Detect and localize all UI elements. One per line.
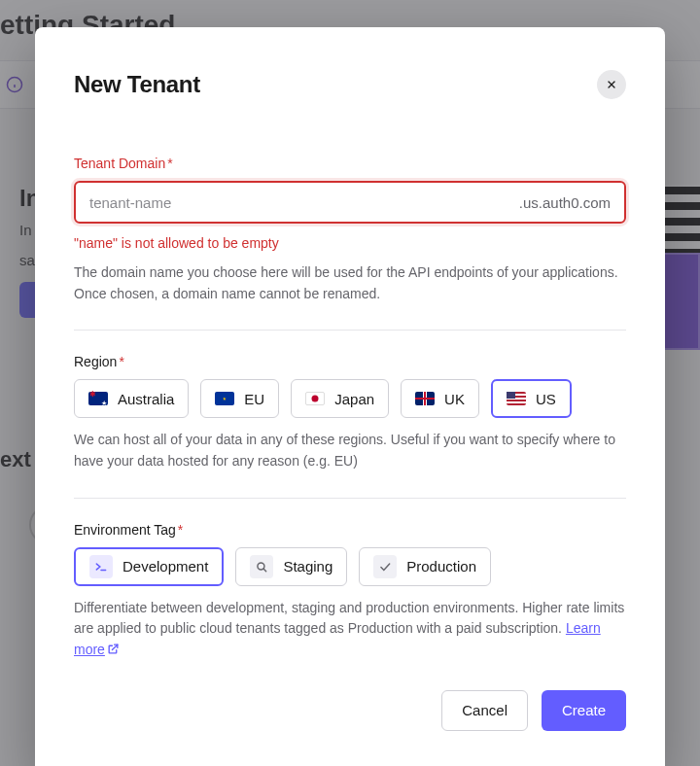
environment-help: Differentiate between development, stagi…: [74, 598, 626, 661]
environment-label: Environment Tag*: [74, 522, 626, 538]
uk-flag-icon: [415, 392, 435, 405]
env-option-development[interactable]: Development: [74, 547, 224, 586]
region-label: Region*: [74, 354, 626, 369]
australia-flag-icon: [88, 392, 108, 405]
tenant-domain-section: Tenant Domain* .us.auth0.com "name" is n…: [74, 156, 626, 304]
close-icon: [606, 79, 617, 90]
region-label-eu: EU: [244, 391, 264, 407]
region-option-japan[interactable]: Japan: [291, 379, 389, 418]
divider: [74, 330, 626, 331]
divider: [74, 498, 626, 499]
domain-suffix: .us.auth0.com: [519, 194, 611, 211]
region-label-us: US: [536, 391, 556, 407]
external-link-icon: [107, 643, 120, 655]
tenant-domain-input[interactable]: [89, 194, 519, 211]
required-mark: *: [119, 354, 123, 369]
tenant-domain-input-wrap: .us.auth0.com: [74, 181, 626, 224]
region-option-us[interactable]: US: [491, 379, 572, 418]
us-flag-icon: [507, 392, 526, 405]
japan-flag-icon: [305, 392, 325, 405]
environment-options: Development Staging Production: [74, 547, 626, 586]
modal-header: New Tenant: [74, 70, 626, 99]
tenant-domain-error: "name" is not allowed to be empty: [74, 235, 626, 251]
env-label-stg: Staging: [283, 558, 332, 574]
region-section: Region* Australia EU Japan UK US: [74, 354, 626, 471]
env-option-production[interactable]: Production: [359, 547, 491, 586]
env-label-prd: Production: [406, 558, 476, 574]
region-option-australia[interactable]: Australia: [74, 379, 189, 418]
region-label-japan: Japan: [334, 391, 374, 407]
check-icon: [373, 555, 397, 578]
tenant-domain-label: Tenant Domain*: [74, 156, 626, 171]
eu-flag-icon: [215, 392, 234, 405]
svg-line-7: [263, 569, 266, 572]
close-button[interactable]: [597, 70, 626, 99]
region-options: Australia EU Japan UK US: [74, 379, 626, 418]
environment-section: Environment Tag* Development Staging Pro…: [74, 522, 626, 661]
region-label-australia: Australia: [118, 391, 174, 407]
required-mark: *: [178, 522, 183, 538]
region-option-uk[interactable]: UK: [401, 379, 479, 418]
new-tenant-modal: New Tenant Tenant Domain* .us.auth0.com …: [35, 27, 665, 766]
region-label-uk: UK: [444, 391, 465, 407]
region-help: We can host all of your data in any of t…: [74, 430, 626, 471]
terminal-icon: [89, 555, 113, 578]
modal-footer: Cancel Create: [74, 690, 626, 731]
cancel-button[interactable]: Cancel: [441, 690, 528, 731]
env-option-staging[interactable]: Staging: [235, 547, 347, 586]
env-label-dev: Development: [122, 558, 208, 574]
required-mark: *: [167, 156, 172, 171]
region-option-eu[interactable]: EU: [200, 379, 279, 418]
tenant-domain-help: The domain name you choose here will be …: [74, 262, 626, 304]
search-icon: [250, 555, 273, 578]
create-button[interactable]: Create: [542, 690, 626, 731]
modal-title: New Tenant: [74, 71, 200, 98]
